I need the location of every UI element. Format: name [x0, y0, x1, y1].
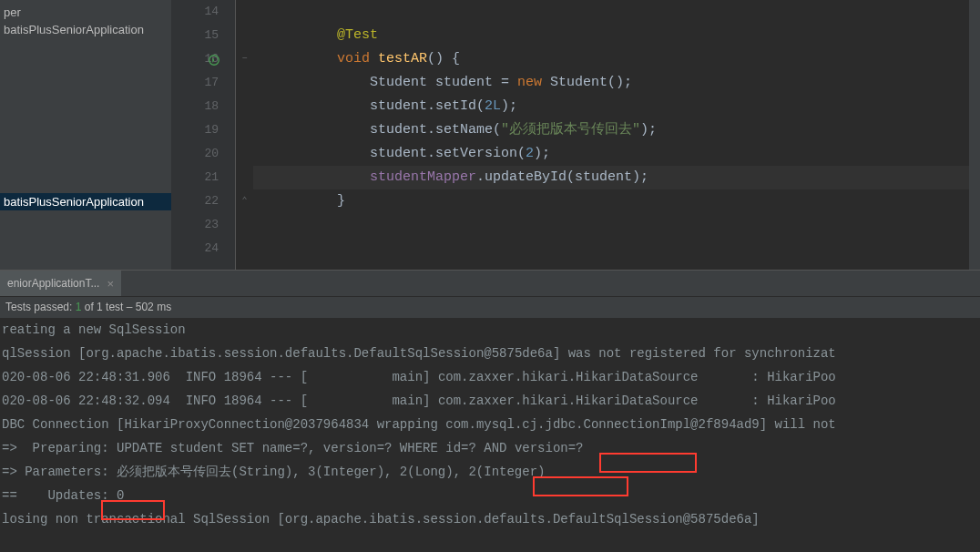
- line-number: 19: [171, 118, 219, 142]
- run-tab[interactable]: eniorApplicationT... ×: [0, 271, 121, 296]
- code-editor[interactable]: 1415161718192021222324 −⌃ @Test void tes…: [171, 0, 980, 270]
- line-number: 24: [171, 237, 219, 261]
- code-line[interactable]: [253, 0, 969, 24]
- line-number: 18: [171, 95, 219, 118]
- line-number: 21: [171, 166, 219, 189]
- fold-marker: [236, 71, 253, 95]
- console-line: qlSession [org.apache.ibatis.session.def…: [2, 342, 980, 365]
- code-line[interactable]: student.setId(2L);: [253, 95, 969, 118]
- run-tab-label: eniorApplicationT...: [7, 277, 99, 290]
- fold-marker: [236, 95, 253, 118]
- code-line[interactable]: student.setName("必须把版本号传回去");: [253, 118, 969, 142]
- fold-marker[interactable]: −: [236, 47, 253, 71]
- code-line[interactable]: void testAR() {: [253, 47, 969, 71]
- console-line: == Updates: 0: [2, 484, 980, 507]
- console-line: 020-08-06 22:48:31.906 INFO 18964 --- [ …: [2, 365, 980, 389]
- line-number: 22: [171, 189, 219, 213]
- test-status-bar: Tests passed: 1 of 1 test – 502 ms: [0, 296, 980, 318]
- line-number: 14: [171, 0, 219, 24]
- tree-item[interactable]: per: [0, 4, 171, 21]
- fold-marker: [236, 0, 253, 24]
- line-number-gutter: 1415161718192021222324: [171, 0, 235, 270]
- line-number: 17: [171, 71, 219, 95]
- console-output[interactable]: reating a new SqlSessionqlSession [org.a…: [0, 318, 980, 552]
- fold-column[interactable]: −⌃: [235, 0, 253, 270]
- console-line: => Parameters: 必须把版本号传回去(String), 3(Inte…: [2, 460, 980, 484]
- run-tab-bar: eniorApplicationT... ×: [0, 271, 980, 296]
- code-line[interactable]: studentMapper.updateById(student);: [253, 166, 969, 189]
- line-number: 15: [171, 24, 219, 47]
- project-tree[interactable]: per batisPlusSeniorApplication batisPlus…: [0, 0, 171, 270]
- code-line[interactable]: student.setVersion(2);: [253, 142, 969, 166]
- console-line: DBC Connection [HikariProxyConnection@20…: [2, 413, 980, 436]
- code-content[interactable]: @Test void testAR() { Student student = …: [253, 0, 969, 270]
- console-line: => Preparing: UPDATE student SET name=?,…: [2, 436, 980, 460]
- fold-marker[interactable]: ⌃: [236, 189, 253, 213]
- tree-item-selected[interactable]: batisPlusSeniorApplication: [0, 193, 171, 210]
- fold-marker: [236, 118, 253, 142]
- code-line[interactable]: }: [253, 189, 969, 213]
- fold-marker: [236, 24, 253, 47]
- fold-marker: [236, 213, 253, 237]
- line-number: 20: [171, 142, 219, 166]
- close-icon[interactable]: ×: [107, 277, 114, 291]
- tree-item[interactable]: batisPlusSeniorApplication: [0, 21, 171, 38]
- fold-marker: [236, 166, 253, 189]
- code-line[interactable]: Student student = new Student();: [253, 71, 969, 95]
- code-line[interactable]: [253, 213, 969, 237]
- line-number: 23: [171, 213, 219, 237]
- line-number: 16: [171, 47, 219, 71]
- code-line[interactable]: @Test: [253, 24, 969, 47]
- console-line: 020-08-06 22:48:32.094 INFO 18964 --- [ …: [2, 389, 980, 413]
- run-gutter-icon[interactable]: [208, 52, 220, 65]
- editor-scrollbar[interactable]: [969, 0, 980, 270]
- console-line: losing non transactional SqlSession [org…: [2, 507, 980, 531]
- fold-marker: [236, 237, 253, 261]
- console-line: reating a new SqlSession: [2, 318, 980, 342]
- fold-marker: [236, 142, 253, 166]
- code-line[interactable]: [253, 237, 969, 261]
